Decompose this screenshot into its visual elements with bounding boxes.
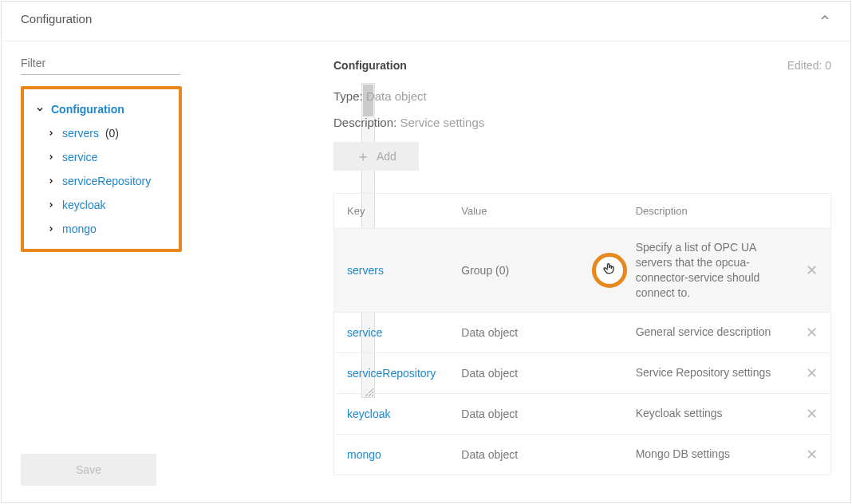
- key-link[interactable]: keycloak: [347, 408, 390, 420]
- chevron-right-icon[interactable]: [46, 177, 56, 185]
- description-cell: General service description: [623, 312, 793, 352]
- value-cell: Group (0): [448, 229, 622, 313]
- tree-item-serviceRepository[interactable]: serviceRepository: [30, 169, 174, 193]
- close-icon[interactable]: ✕: [806, 262, 818, 278]
- description-cell: Specify a list of OPC UA servers that th…: [623, 229, 793, 313]
- type-row: Type: Data object: [333, 89, 831, 103]
- add-label: Add: [377, 150, 396, 163]
- th-key: Key: [334, 194, 449, 229]
- edited-count: Edited: 0: [787, 59, 831, 72]
- type-value: Data object: [366, 89, 427, 103]
- collapse-icon[interactable]: [818, 11, 831, 26]
- description-label: Description: [333, 116, 393, 129]
- th-value: Value: [448, 194, 622, 229]
- value-cell: Data object: [448, 434, 622, 474]
- close-icon[interactable]: ✕: [806, 447, 818, 463]
- key-link[interactable]: servers: [347, 264, 384, 277]
- right-column: Configuration Edited: 0 Type: Data objec…: [289, 41, 850, 502]
- tree-item-label: service: [62, 151, 97, 163]
- left-column: Configuration servers (0)serviceserviceR…: [2, 41, 289, 502]
- tree-highlight-box: Configuration servers (0)serviceserviceR…: [21, 86, 182, 252]
- tree-item-mongo[interactable]: mongo: [30, 217, 174, 241]
- close-icon[interactable]: ✕: [806, 406, 818, 422]
- th-description: Description: [623, 194, 793, 229]
- table-row[interactable]: serviceRepositoryData objectService Repo…: [334, 352, 831, 393]
- value-cell: Data object: [448, 393, 622, 434]
- add-button[interactable]: ＋ Add: [333, 142, 419, 171]
- tree-item-label: servers: [62, 127, 99, 140]
- table-row[interactable]: keycloakData objectKeycloak settings✕: [334, 393, 831, 434]
- tree-item-count: (0): [105, 127, 119, 140]
- table-row[interactable]: serviceData objectGeneral service descri…: [334, 312, 831, 352]
- key-link[interactable]: serviceRepository: [347, 367, 436, 380]
- tree-item-service[interactable]: service: [30, 145, 174, 169]
- chevron-right-icon[interactable]: [46, 129, 56, 137]
- tree-root-configuration[interactable]: Configuration: [30, 97, 174, 121]
- pointer-icon: [602, 260, 617, 280]
- save-button[interactable]: Save: [21, 454, 156, 486]
- tree-item-keycloak[interactable]: keycloak: [30, 193, 174, 217]
- table-row[interactable]: mongoData objectMongo DB settings✕: [334, 434, 831, 474]
- key-link[interactable]: service: [347, 326, 382, 339]
- tree-item-servers[interactable]: servers (0): [30, 121, 174, 145]
- description-row: Description: Service settings: [333, 116, 831, 129]
- chevron-right-icon[interactable]: [46, 225, 56, 233]
- cursor-highlight-icon: [592, 253, 627, 288]
- value-cell: Data object: [448, 312, 622, 352]
- detail-title: Configuration: [333, 59, 407, 72]
- tree-item-label: serviceRepository: [62, 175, 151, 187]
- tree-item-label: keycloak: [62, 199, 105, 211]
- value-cell: Data object: [448, 352, 622, 393]
- panel-header: Configuration: [2, 2, 850, 41]
- chevron-down-icon[interactable]: [35, 104, 45, 114]
- description-cell: Mongo DB settings: [623, 434, 793, 474]
- description-value: Service settings: [400, 116, 484, 129]
- close-icon[interactable]: ✕: [806, 365, 818, 381]
- description-cell: Keycloak settings: [623, 393, 793, 434]
- chevron-right-icon[interactable]: [46, 153, 56, 161]
- panel-title: Configuration: [21, 12, 92, 26]
- configuration-panel: Configuration Configuration servers (0)s…: [1, 1, 851, 503]
- chevron-right-icon[interactable]: [46, 201, 56, 209]
- table-row[interactable]: serversGroup (0)Specify a list of OPC UA…: [334, 229, 831, 313]
- type-label: Type: [333, 89, 360, 103]
- plus-icon: ＋: [356, 151, 370, 162]
- properties-table: Key Value Description serversGroup (0)Sp…: [333, 193, 831, 475]
- tree-item-label: mongo: [62, 222, 97, 235]
- description-cell: Service Repository settings: [623, 352, 793, 393]
- tree-root-label: Configuration: [51, 103, 124, 116]
- key-link[interactable]: mongo: [347, 448, 381, 461]
- filter-input[interactable]: [21, 54, 180, 75]
- filter-field: [21, 56, 281, 75]
- close-icon[interactable]: ✕: [806, 325, 818, 341]
